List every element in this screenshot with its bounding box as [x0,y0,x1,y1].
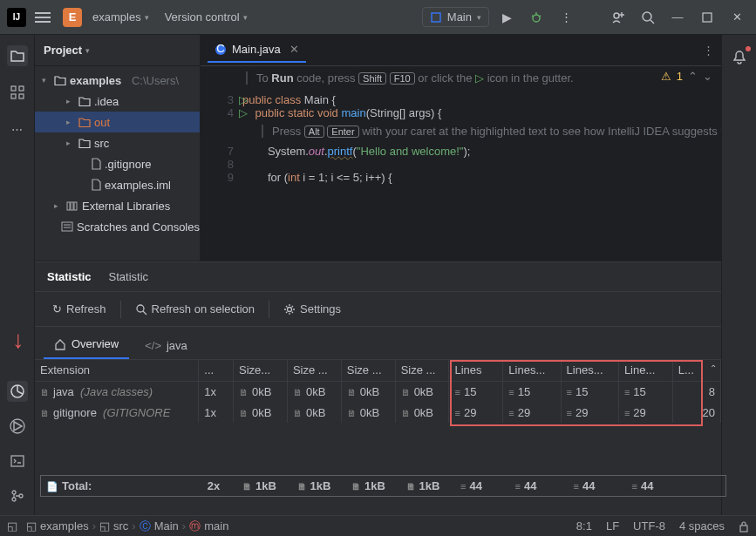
svg-rect-22 [67,202,70,210]
project-panel-header[interactable]: Project ▾ [35,35,200,66]
svg-rect-18 [11,456,24,466]
svg-marker-16 [14,422,22,431]
line-ending[interactable]: LF [606,519,619,533]
search-icon [135,303,147,315]
tool-windows-button[interactable]: ◱ [7,519,17,533]
svg-point-19 [12,491,16,494]
svg-point-30 [137,305,144,312]
column-header[interactable]: ... [199,360,234,381]
column-header[interactable]: L... [672,360,720,381]
tree-item[interactable]: ▸External Libraries [35,195,200,216]
settings-button[interactable]: Settings [276,299,348,319]
readonly-toggle[interactable] [739,520,749,533]
column-header[interactable]: Size... [234,360,288,381]
svg-point-1 [533,15,540,22]
column-header[interactable]: Line... [618,360,672,381]
statistic-tool-button[interactable] [7,381,28,402]
svg-point-20 [12,498,16,501]
project-tool-button[interactable] [7,45,28,66]
tree-item[interactable]: Scratches and Consoles [35,216,200,237]
gear-icon [283,303,296,315]
svg-rect-14 [19,94,24,98]
code-with-me-button[interactable] [606,5,630,30]
notifications-button[interactable] [729,47,750,68]
java-class-icon: C [215,44,227,56]
panel-tab-statistic-2[interactable]: Statistic [109,270,149,283]
services-tool-button[interactable] [7,416,28,437]
svg-text:C: C [216,44,224,55]
run-config-selector[interactable]: Main▾ [422,7,489,27]
svg-point-21 [19,494,23,498]
editor-more-button[interactable]: ⋮ [703,44,714,57]
subtab-overview[interactable]: Overview [44,330,129,359]
project-badge: E [63,8,82,27]
file-encoding[interactable]: UTF-8 [633,519,665,533]
breadcrumb[interactable]: ◱ examples ›◱ src ›Ⓒ Main ›ⓜ main [26,519,228,534]
column-header[interactable]: Extension [35,360,199,381]
tree-item[interactable]: ▸src [35,132,200,153]
debug-button[interactable] [524,5,548,30]
vcs-tool-button[interactable] [7,485,28,506]
minimize-button[interactable]: — [665,5,690,30]
maximize-button[interactable] [695,5,719,30]
project-tree[interactable]: ▾ examples C:\Users\ ▸.idea▸out▸src.giti… [35,66,200,241]
svg-line-4 [539,16,541,17]
statistic-table[interactable]: Extension...Size...Size ...Size ...Size … [35,360,721,423]
column-header[interactable]: Size ... [341,360,395,381]
structure-tool-button[interactable] [7,82,28,103]
column-header[interactable]: Lines... [561,360,618,381]
column-header[interactable]: Size ... [287,360,341,381]
refresh-button[interactable]: ↻Refresh [45,299,113,319]
svg-line-31 [143,311,146,315]
tree-item[interactable]: .gitignore [35,153,200,174]
caret-position[interactable]: 8:1 [576,519,592,533]
close-tab-button[interactable]: ✕ [289,43,299,56]
home-icon [54,338,66,350]
run-button[interactable]: ▶ [494,5,519,30]
refresh-selection-button[interactable]: Refresh on selection [128,299,262,319]
search-button[interactable] [636,5,660,30]
svg-rect-25 [62,222,72,231]
project-dropdown[interactable]: examples▾ [87,7,154,27]
panel-tab-statistic-1[interactable]: Statistic [47,270,92,283]
tree-item[interactable]: ▸out [35,112,200,132]
more-tools-button[interactable]: ⋯ [7,119,28,139]
svg-line-9 [650,20,654,24]
svg-rect-23 [71,202,73,210]
folder-icon [54,75,66,85]
indent-config[interactable]: 4 spaces [679,519,725,533]
main-menu-button[interactable] [35,12,51,23]
tree-root[interactable]: ▾ examples C:\Users\ [35,70,200,91]
svg-rect-11 [11,86,16,91]
svg-point-32 [288,307,292,311]
close-button[interactable]: ✕ [725,5,749,30]
tree-item[interactable]: examples.iml [35,174,200,195]
box-icon [430,11,442,24]
svg-rect-10 [703,13,712,22]
editor-tab-main[interactable]: C Main.java ✕ [208,37,306,63]
more-actions-button[interactable]: ⋮ [554,5,578,30]
svg-rect-12 [19,86,24,91]
svg-rect-33 [740,526,747,532]
column-header[interactable]: Size ... [395,360,449,381]
subtab-java[interactable]: </>java [134,332,198,359]
column-header[interactable]: Lines [449,360,503,381]
column-header[interactable]: Lines... [503,360,561,381]
svg-rect-0 [432,13,440,22]
svg-rect-24 [74,202,77,210]
inspection-widget[interactable]: ⚠1 ⌃⌄ [661,70,712,83]
table-row[interactable]: 🗎gitignore (GITIGNORE1x🗎0kB🗎0kB🗎0kB🗎0kB≡… [35,402,721,423]
svg-point-8 [643,12,651,21]
svg-line-3 [532,16,534,17]
total-row: 📄Total: 2x 🗎1kB 🗎1kB 🗎1kB 🗎1kB ≡44 ≡44 ≡… [40,475,726,497]
table-row[interactable]: 🗎java (Java classes)1x🗎0kB🗎0kB🗎0kB🗎0kB≡1… [35,381,721,402]
svg-rect-13 [11,94,16,98]
terminal-tool-button[interactable] [7,451,28,472]
tree-item[interactable]: ▸.idea [35,91,200,112]
code-editor[interactable]: ⚠1 ⌃⌄ To Run code, press Shift F10 or cl… [201,66,721,261]
vcs-dropdown[interactable]: Version control▾ [160,7,253,27]
ide-logo: IJ [7,8,26,27]
svg-point-5 [614,13,619,18]
